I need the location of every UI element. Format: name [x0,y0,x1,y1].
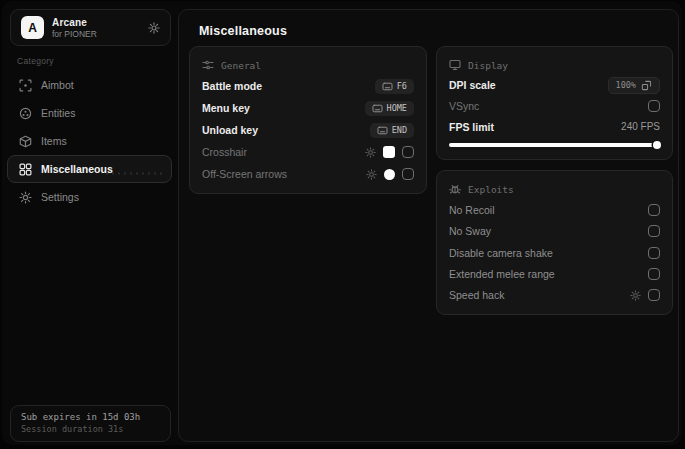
offscreen-arrows-color-swatch[interactable] [384,169,395,180]
main-panel: Miscellaneous General Battle mode [178,9,679,442]
setting-label: Crosshair [202,146,247,158]
entities-icon [19,107,32,120]
no-sway-checkbox[interactable] [648,225,660,237]
offscreen-arrows-checkbox[interactable] [402,168,414,180]
sidebar-item-label: Items [41,135,67,147]
crosshair-color-swatch[interactable] [383,146,395,158]
grid-icon [19,163,32,176]
sidebar-item-aimbot[interactable]: Aimbot [7,71,172,99]
keybind-value: F6 [397,81,407,91]
gear-icon[interactable] [365,147,376,158]
fps-limit-slider-row [449,139,660,151]
setting-row-menu-key: Menu key HOME [202,97,414,119]
setting-label: Disable camera shake [449,247,553,259]
setting-row-dpi-scale: DPI scale 100% [449,75,660,96]
section-title: Exploits [468,184,514,195]
sidebar-item-entities[interactable]: Entities [7,99,172,127]
setting-label: No Recoil [449,204,495,216]
setting-label: No Sway [449,225,491,237]
setting-row-speed-hack: Speed hack [449,285,660,306]
keybind-value: END [392,125,407,135]
keyboard-icon [372,104,383,113]
scale-icon [641,80,652,91]
gear-icon[interactable] [148,22,160,34]
speed-hack-checkbox[interactable] [648,289,660,301]
setting-label: DPI scale [449,79,496,91]
app-subtitle: for PIONER [52,29,97,39]
setting-row-vsync: VSync [449,96,660,117]
setting-row-unload-key: Unload key END [202,119,414,141]
sidebar-item-label: Aimbot [41,79,74,91]
setting-label: Extended melee range [449,268,555,280]
exploits-card-header: Exploits [449,179,660,199]
gear-icon[interactable] [366,169,377,180]
setting-row-crosshair: Crosshair [202,141,414,163]
dpi-scale-dropdown[interactable]: 100% [608,77,660,94]
setting-row-battle-mode: Battle mode F6 [202,75,414,97]
setting-row-no-sway: No Sway [449,220,660,241]
setting-row-fps-limit: FPS limit 240 FPS [449,116,660,137]
fps-limit-slider[interactable] [449,143,660,147]
sidebar-item-items[interactable]: Items [7,127,172,155]
sub-expires-text: Sub expires in 15d 03h [21,412,160,422]
bug-icon [449,183,461,195]
monitor-icon [449,59,461,71]
sliders-icon [202,59,214,71]
display-card: Display DPI scale 100% [436,46,673,160]
sidebar-item-label: Settings [41,191,79,203]
sidebar-item-label: Entities [41,107,75,119]
extended-melee-range-checkbox[interactable] [648,268,660,280]
sidebar-nav: Aimbot Entities Items [7,71,172,211]
dotted-decoration [104,171,162,177]
general-card: General Battle mode F6 Menu key [189,46,427,194]
sidebar-item-miscellaneous[interactable]: Miscellaneous [7,155,172,183]
fps-slider-handle[interactable] [653,141,661,149]
app-logo: A [21,16,44,39]
app-name: Arcane [52,17,97,28]
setting-label: Speed hack [449,289,504,301]
category-label: Category [17,56,54,66]
vsync-checkbox[interactable] [648,100,660,112]
setting-label: Off-Screen arrows [202,168,287,180]
no-recoil-checkbox[interactable] [648,204,660,216]
app-title-block: Arcane for PIONER [52,17,97,39]
session-duration-text: Session duration 31s [21,424,160,434]
display-card-header: Display [449,55,660,75]
gear-icon [19,191,32,204]
app-header: A Arcane for PIONER [10,9,171,46]
app-window: A Arcane for PIONER Category Aimbot [2,1,682,445]
sidebar-item-label: Miscellaneous [41,163,113,175]
menu-key-keybind-button[interactable]: HOME [365,101,414,116]
battle-mode-keybind-button[interactable]: F6 [375,79,414,94]
setting-row-extended-melee-range: Extended melee range [449,263,660,284]
fps-limit-value: 240 FPS [621,121,660,132]
subscription-info: Sub expires in 15d 03h Session duration … [10,405,171,442]
dpi-scale-value: 100% [616,80,636,90]
setting-label: Menu key [202,102,250,114]
keyboard-icon [382,82,393,91]
setting-label: FPS limit [449,121,494,133]
section-title: General [221,60,261,71]
setting-row-offscreen-arrows: Off-Screen arrows [202,163,414,185]
scan-icon [19,79,32,92]
keyboard-icon [377,126,388,135]
keybind-value: HOME [387,103,407,113]
setting-row-no-recoil: No Recoil [449,199,660,220]
page-title: Miscellaneous [199,24,287,38]
section-title: Display [468,60,508,71]
general-card-header: General [202,55,414,75]
disable-camera-shake-checkbox[interactable] [648,247,660,259]
crosshair-checkbox[interactable] [402,146,414,158]
setting-label: VSync [449,100,479,112]
fps-slider-fill [449,143,660,147]
box-icon [19,135,32,148]
gear-icon[interactable] [630,290,641,301]
setting-label: Unload key [202,124,258,136]
exploits-card: Exploits No Recoil No Sway Disable camer… [436,170,673,315]
setting-label: Battle mode [202,80,262,92]
unload-key-keybind-button[interactable]: END [370,123,414,138]
setting-row-disable-camera-shake: Disable camera shake [449,242,660,263]
sidebar-item-settings[interactable]: Settings [7,183,172,211]
